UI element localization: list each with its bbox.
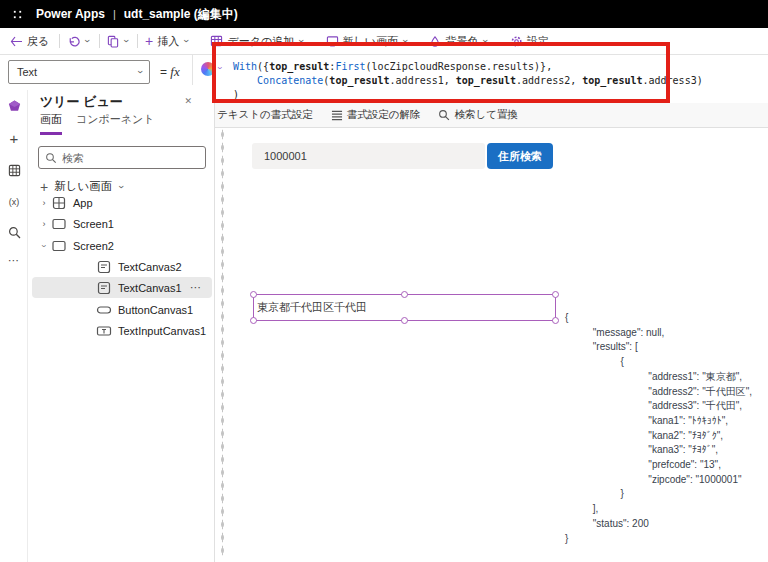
panel-resize-gutter[interactable] xyxy=(221,128,224,558)
tree-item-textcanvas1[interactable]: TextCanvas1 ⋯ xyxy=(32,277,212,298)
tree-item-textcanvas2[interactable]: TextCanvas2 xyxy=(32,256,212,277)
divider xyxy=(59,34,60,48)
background-label: 背景色 xyxy=(445,34,478,49)
token: .address2 xyxy=(516,75,570,86)
text-input-icon xyxy=(96,323,112,339)
tree-item-label: TextCanvas2 xyxy=(118,261,182,273)
new-screen-menu[interactable]: 新しい画面 › xyxy=(326,34,407,49)
property-selector-value: Text xyxy=(17,66,37,78)
chevron-down-icon[interactable]: › xyxy=(39,239,49,253)
fx-glyph: fx xyxy=(170,64,179,79)
tree-item-textinputcanvas1[interactable]: TextInputCanvas1 xyxy=(32,320,212,341)
screen-icon xyxy=(51,238,67,254)
tree-item-label: App xyxy=(73,197,93,209)
chevron-down-icon[interactable]: › xyxy=(120,39,130,42)
resize-handle[interactable] xyxy=(401,291,408,298)
zipcode-input[interactable] xyxy=(252,143,485,169)
formula-input-area[interactable]: › With({top_result:First(locZipcloudResp… xyxy=(192,55,768,103)
insert-rail-icon[interactable]: + xyxy=(0,126,28,150)
undo-button[interactable]: › xyxy=(67,35,88,48)
plus-icon: + xyxy=(145,34,153,48)
formula-format-toolbar: テキストの書式設定 書式設定の解除 検索して置換 xyxy=(192,103,768,128)
header-separator: | xyxy=(113,8,116,20)
equals-sign: = xyxy=(160,65,167,79)
authoring-rail: + (x) ⋯ xyxy=(0,90,28,562)
chevron-right-icon[interactable]: › xyxy=(37,219,51,229)
tab-screens[interactable]: 画面 xyxy=(40,109,62,135)
divider xyxy=(99,34,100,48)
add-data-menu[interactable]: データの追加 › xyxy=(210,34,302,49)
app-brand[interactable]: Power Apps xyxy=(36,7,105,21)
response-json-text: { "message": null, "results": [ { "addre… xyxy=(565,311,752,546)
waffle-menu-icon[interactable] xyxy=(11,8,24,21)
tree-item-screen2[interactable]: › Screen2 xyxy=(32,235,212,256)
settings-button[interactable]: 設定 xyxy=(510,34,549,49)
tree-item-screen1[interactable]: › Screen1 xyxy=(32,213,212,234)
copilot-icon[interactable] xyxy=(201,62,215,76)
token: ) xyxy=(697,75,703,86)
insert-menu[interactable]: + 挿入 › xyxy=(145,34,188,49)
token: Concatenate xyxy=(257,75,323,86)
clear-format-button[interactable]: 書式設定の解除 xyxy=(331,108,421,122)
tree-search-input[interactable] xyxy=(62,152,182,164)
chevron-down-icon: › xyxy=(400,39,410,42)
token: , xyxy=(570,75,582,86)
tree-item-label: ButtonCanvas1 xyxy=(118,304,193,316)
token: With xyxy=(233,61,257,72)
chevron-down-icon[interactable]: › xyxy=(82,39,92,42)
search-icon xyxy=(45,152,57,164)
chevron-down-icon: › xyxy=(480,39,490,42)
resize-handle[interactable] xyxy=(552,291,559,298)
text-label-icon xyxy=(96,280,112,296)
format-text-button[interactable]: テキストの書式設定 xyxy=(201,108,313,122)
tree-item-label: Screen1 xyxy=(73,218,114,230)
chevron-down-icon: › xyxy=(181,39,191,42)
panel-close-icon[interactable]: ✕ xyxy=(184,96,192,106)
overflow-button[interactable]: … xyxy=(564,35,575,47)
app-canvas: 住所検索 東京都千代田区千代田 { "message": null, "resu… xyxy=(232,128,768,562)
clear-format-label: 書式設定の解除 xyxy=(347,108,421,122)
more-label: ⋯ xyxy=(8,254,20,267)
text-label-icon xyxy=(96,259,112,275)
format-text-label: テキストの書式設定 xyxy=(217,108,313,122)
add-data-label: データの追加 xyxy=(227,34,294,49)
resize-handle[interactable] xyxy=(401,317,408,324)
chevron-right-icon[interactable]: › xyxy=(37,198,51,208)
token: top_result xyxy=(456,75,516,86)
token: .address3 xyxy=(642,75,696,86)
back-button[interactable]: 戻る xyxy=(10,34,49,49)
resize-handle[interactable] xyxy=(250,317,257,324)
token: )}, xyxy=(534,61,552,72)
selected-text-control[interactable]: 東京都千代田区千代田 xyxy=(253,294,556,321)
token: , xyxy=(444,75,456,86)
more-rail-icon[interactable]: ⋯ xyxy=(0,248,28,272)
formula-text[interactable]: With({top_result:First(locZipcloudRespon… xyxy=(233,60,703,102)
tree-search-box[interactable] xyxy=(38,146,206,169)
token: First xyxy=(335,61,365,72)
find-replace-button[interactable]: 検索して置換 xyxy=(438,108,518,122)
chevron-down-icon[interactable]: › xyxy=(215,67,225,70)
token: ({ xyxy=(257,61,269,72)
item-more-icon[interactable]: ⋯ xyxy=(190,281,202,294)
resize-handle[interactable] xyxy=(250,291,257,298)
variables-rail-icon[interactable]: (x) xyxy=(0,190,28,214)
find-replace-label: 検索して置換 xyxy=(454,108,518,122)
background-color-menu[interactable]: 背景色 › xyxy=(429,34,486,49)
search-rail-icon[interactable] xyxy=(0,220,28,244)
paste-button[interactable]: › xyxy=(107,35,127,48)
tree-item-app[interactable]: › App xyxy=(32,192,212,213)
tree-view-rail-icon[interactable] xyxy=(0,94,28,118)
tree-view-panel: ツリー ビュー ✕ 画面 コンポーネント + 新しい画面 › › App › S… xyxy=(28,85,215,562)
property-selector[interactable]: Text › xyxy=(8,60,150,84)
tab-components[interactable]: コンポーネント xyxy=(76,109,155,132)
app-icon xyxy=(51,195,67,211)
new-screen-label: 新しい画面 xyxy=(343,34,399,49)
resize-handle[interactable] xyxy=(552,317,559,324)
tree-item-label: Screen2 xyxy=(73,240,114,252)
token: top_result xyxy=(329,75,389,86)
token: locZipcloudResponse.results xyxy=(372,61,535,72)
back-label: 戻る xyxy=(27,34,49,49)
address-search-button[interactable]: 住所検索 xyxy=(487,143,553,169)
tree-item-buttoncanvas1[interactable]: ButtonCanvas1 xyxy=(32,299,212,320)
data-rail-icon[interactable] xyxy=(0,158,28,182)
